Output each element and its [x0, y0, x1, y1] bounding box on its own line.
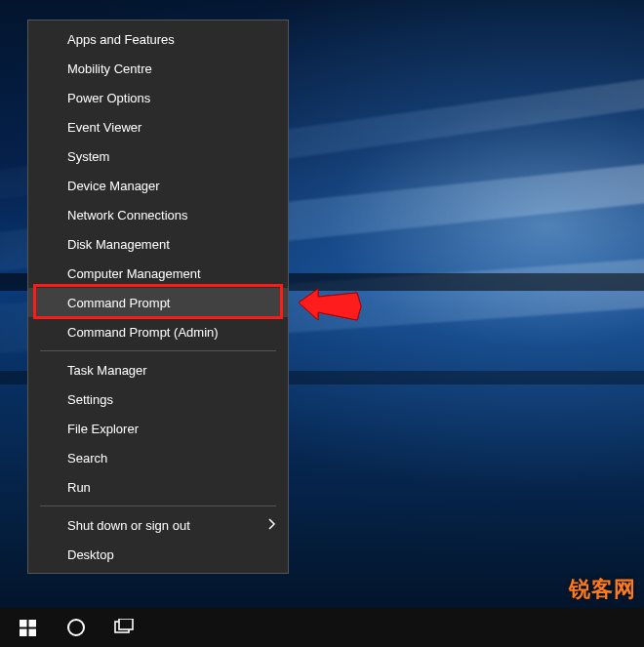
menu-item-label: Shut down or sign out — [67, 518, 190, 533]
menu-item-label: Computer Management — [67, 266, 201, 281]
menu-separator — [40, 350, 276, 351]
menu-item-label: Mobility Centre — [67, 61, 152, 76]
menu-item-shutdown-signout[interactable]: Shut down or sign out — [28, 510, 288, 540]
menu-item-label: System — [67, 149, 109, 164]
menu-item-network-connections[interactable]: Network Connections — [28, 200, 288, 229]
winx-power-user-menu: Apps and FeaturesMobility CentrePower Op… — [27, 20, 289, 574]
svg-point-5 — [68, 620, 84, 635]
menu-item-event-viewer[interactable]: Event Viewer — [28, 112, 288, 142]
menu-item-label: Command Prompt — [67, 296, 170, 310]
cortana-search-button[interactable] — [53, 608, 100, 647]
menu-item-search[interactable]: Search — [28, 443, 288, 472]
menu-item-label: Disk Management — [67, 237, 170, 252]
menu-item-device-manager[interactable]: Device Manager — [28, 171, 288, 200]
taskbar — [0, 608, 644, 647]
menu-item-disk-management[interactable]: Disk Management — [28, 229, 288, 259]
task-view-button[interactable] — [101, 608, 148, 647]
menu-item-label: Run — [67, 480, 91, 495]
svg-rect-3 — [20, 628, 27, 636]
menu-item-power-options[interactable]: Power Options — [28, 83, 288, 112]
menu-item-label: Search — [67, 451, 107, 465]
menu-item-label: Apps and Features — [67, 32, 175, 47]
menu-item-label: Event Viewer — [67, 120, 141, 135]
menu-item-system[interactable]: System — [28, 142, 288, 171]
menu-item-task-manager[interactable]: Task Manager — [28, 355, 288, 384]
menu-item-label: File Explorer — [67, 422, 139, 436]
menu-item-label: Task Manager — [67, 363, 147, 378]
start-button[interactable] — [4, 608, 51, 647]
menu-separator — [40, 505, 276, 506]
menu-item-apps-features[interactable]: Apps and Features — [28, 24, 288, 54]
svg-rect-2 — [28, 620, 36, 627]
watermark-text: 锐客网 — [569, 575, 636, 604]
menu-item-run[interactable]: Run — [28, 472, 288, 502]
menu-item-label: Network Connections — [67, 208, 188, 222]
menu-item-command-prompt[interactable]: Command Prompt — [28, 288, 288, 317]
menu-item-label: Power Options — [67, 91, 150, 105]
menu-item-label: Command Prompt (Admin) — [67, 325, 219, 340]
menu-item-computer-management[interactable]: Computer Management — [28, 259, 288, 288]
menu-item-desktop[interactable]: Desktop — [28, 540, 288, 569]
menu-item-label: Desktop — [67, 547, 114, 562]
menu-item-settings[interactable]: Settings — [28, 384, 288, 414]
menu-item-command-prompt-admin[interactable]: Command Prompt (Admin) — [28, 317, 288, 346]
chevron-right-icon — [268, 518, 276, 533]
menu-item-label: Settings — [67, 392, 113, 407]
svg-rect-1 — [20, 620, 27, 627]
svg-rect-7 — [119, 619, 133, 629]
menu-item-mobility-centre[interactable]: Mobility Centre — [28, 54, 288, 83]
menu-item-label: Device Manager — [67, 179, 160, 193]
menu-item-file-explorer[interactable]: File Explorer — [28, 414, 288, 443]
svg-rect-4 — [28, 628, 36, 636]
